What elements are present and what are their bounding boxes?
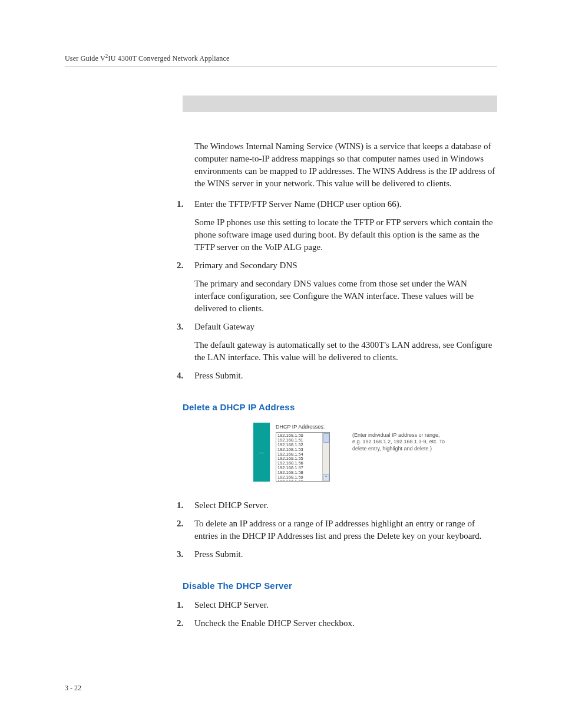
figure-title: DHCP IP Addresses:	[276, 424, 330, 430]
step-body: Select DHCP Server.	[194, 599, 497, 611]
dhcp-figure: — DHCP IP Addresses: 192.168.1.50 192.16…	[253, 423, 497, 482]
section-heading-delete: Delete a DHCP IP Address	[183, 402, 497, 412]
step-number: 1.	[177, 198, 194, 253]
dhcp-listbox[interactable]: 192.168.1.50 192.168.1.51 192.168.1.52 1…	[276, 432, 330, 482]
step-body: Primary and Secondary DNS The primary an…	[194, 259, 497, 315]
step-body: Uncheck the Enable DHCP Server checkbox.	[194, 617, 497, 630]
list-item: 1. Enter the TFTP/FTP Server Name (DHCP …	[194, 198, 497, 253]
list-item: 3. Default Gateway The default gateway i…	[194, 321, 497, 364]
step-lead: Default Gateway	[194, 322, 254, 331]
list-item: 2. Uncheck the Enable DHCP Server checkb…	[194, 617, 497, 630]
step-body: Enter the TFTP/FTP Server Name (DHCP use…	[194, 198, 497, 253]
scrollbar[interactable]: ▾	[322, 433, 329, 481]
sidebar-glyph: —	[259, 450, 264, 455]
step-number: 1.	[177, 499, 194, 512]
list-item: 1. Select DHCP Server.	[194, 499, 497, 512]
step-number: 2.	[177, 518, 194, 542]
body-content: The Windows Internal Naming Service (WIN…	[194, 140, 497, 382]
page: User Guide V2IU 4300T Converged Network …	[0, 0, 562, 728]
step-number: 3.	[177, 321, 194, 364]
step-number: 2.	[177, 259, 194, 315]
list-item: 2. Primary and Secondary DNS The primary…	[194, 259, 497, 315]
steps-group-c: 1. Select DHCP Server. 2. Uncheck the En…	[194, 599, 497, 630]
step-sub: The primary and secondary DNS values com…	[194, 278, 497, 315]
scroll-down-icon[interactable]: ▾	[323, 474, 329, 480]
header-prefix: User Guide V	[65, 54, 105, 62]
running-header: User Guide V2IU 4300T Converged Network …	[65, 53, 497, 63]
step-body: Select DHCP Server.	[194, 499, 497, 512]
step-body: Default Gateway The default gateway is a…	[194, 321, 497, 364]
step-number: 4.	[177, 370, 194, 382]
list-item: 4. Press Submit.	[194, 370, 497, 382]
step-body: Press Submit.	[194, 370, 497, 382]
step-number: 2.	[177, 617, 194, 630]
step-number: 3.	[177, 548, 194, 561]
section-heading-disable: Disable The DHCP Server	[183, 581, 497, 591]
figure-sidebar: —	[253, 423, 270, 482]
step-lead: Enter the TFTP/FTP Server Name (DHCP use…	[194, 199, 402, 209]
section-disable: Disable The DHCP Server	[183, 581, 497, 591]
body-content-2: 1. Select DHCP Server. 2. To delete an I…	[194, 499, 497, 561]
listbox-items[interactable]: 192.168.1.50 192.168.1.51 192.168.1.52 1…	[276, 433, 322, 481]
figure-hint: (Enter individual IP address or range, e…	[352, 423, 447, 452]
figure-main: DHCP IP Addresses: 192.168.1.50 192.168.…	[270, 423, 336, 482]
list-item: 3. Press Submit.	[194, 548, 497, 561]
step-sub: Some IP phones use this setting to locat…	[194, 216, 497, 253]
header-suffix: IU 4300T Converged Network Appliance	[108, 54, 230, 62]
list-item: 2. To delete an IP address or a range of…	[194, 518, 497, 542]
header-rule	[65, 67, 497, 67]
step-body: To delete an IP address or a range of IP…	[194, 518, 497, 542]
section-banner	[183, 95, 497, 112]
step-sub: The default gateway is automatically set…	[194, 339, 497, 364]
intro-paragraph: The Windows Internal Naming Service (WIN…	[194, 140, 497, 190]
step-number: 1.	[177, 599, 194, 611]
list-item[interactable]: 192.168.1.60	[277, 480, 321, 481]
step-body: Press Submit.	[194, 548, 497, 561]
step-lead: Primary and Secondary DNS	[194, 261, 297, 270]
steps-group-b: 1. Select DHCP Server. 2. To delete an I…	[194, 499, 497, 561]
scroll-thumb[interactable]	[323, 433, 329, 443]
list-item: 1. Select DHCP Server.	[194, 599, 497, 611]
steps-group-a: 1. Enter the TFTP/FTP Server Name (DHCP …	[194, 198, 497, 382]
section-delete: Delete a DHCP IP Address — DHCP IP Addre…	[183, 402, 497, 482]
page-number: 3 - 22	[65, 684, 81, 693]
step-lead: Press Submit.	[194, 371, 243, 380]
body-content-3: 1. Select DHCP Server. 2. Uncheck the En…	[194, 599, 497, 630]
